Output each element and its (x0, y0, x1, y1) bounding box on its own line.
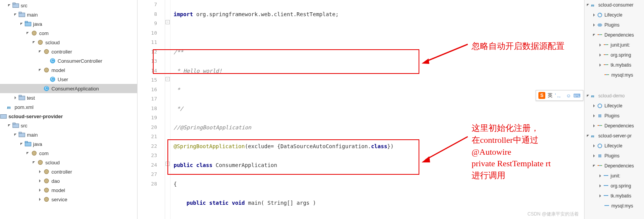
expand-arrow-icon[interactable] (31, 39, 37, 45)
collapse-arrow-icon[interactable] (37, 178, 43, 184)
svg-rect-21 (13, 123, 15, 124)
maven-dep-item[interactable]: tk.mybatis (584, 60, 644, 70)
maven-label: mysql:mys (611, 72, 633, 78)
maven-plugins[interactable]: Plugins (584, 111, 644, 121)
ime-toolbar[interactable]: S 英 ' ,。 ☺ ⌨ (536, 90, 583, 101)
expand-arrow-icon[interactable] (6, 2, 12, 8)
tree-node-com[interactable]: com (0, 28, 137, 38)
tree-node-test[interactable]: test (0, 93, 137, 102)
expand-arrow-icon[interactable] (18, 21, 25, 27)
tree-node-src2[interactable]: src (0, 121, 137, 130)
maven-dep-item[interactable]: mysql:mys (584, 70, 644, 80)
tree-node-com2[interactable]: com (0, 149, 137, 158)
fold-toggle-icon[interactable]: − (166, 20, 170, 24)
tree-node-user[interactable]: CUser (0, 75, 137, 84)
tree-node-consumer-controller[interactable]: CConsumerController (0, 56, 137, 65)
expand-arrow-icon[interactable] (31, 159, 37, 166)
svg-point-27 (38, 160, 42, 164)
expand-arrow-icon[interactable] (18, 141, 25, 147)
package-icon (37, 159, 44, 166)
fold-toggle-icon[interactable]: + (166, 162, 170, 166)
collapse-arrow-icon[interactable] (37, 169, 43, 175)
code-line: /** (174, 47, 584, 57)
maven-module[interactable]: mscloud-server-pr (584, 131, 644, 141)
line-number: 12 (137, 47, 157, 57)
maven-lifecycle[interactable]: Lifecycle (584, 10, 644, 20)
svg-rect-46 (607, 44, 608, 45)
tree-node-controller[interactable]: controller (0, 47, 137, 56)
code-content[interactable]: import org.springframework.web.client.Re… (171, 0, 584, 219)
tree-node-src[interactable]: src (0, 1, 137, 10)
maven-plugins[interactable]: Plugins (584, 20, 644, 30)
code-editor[interactable]: 7 8 9 10 11 12 13 14 15 16 17 18 19 20 2… (137, 0, 584, 219)
svg-rect-49 (607, 54, 608, 55)
maven-dep-item[interactable]: mysql:mys (584, 201, 644, 211)
code-line: { (174, 217, 584, 219)
fold-toggle-icon[interactable]: − (166, 77, 170, 81)
expand-arrow-icon[interactable] (12, 12, 18, 18)
jar-icon (603, 62, 609, 68)
tree-node-scloud2[interactable]: scloud (0, 158, 137, 167)
tree-node-main2[interactable]: main (0, 130, 137, 139)
collapse-arrow-icon[interactable] (12, 95, 18, 101)
maven-dep-item[interactable]: junit: (584, 171, 644, 181)
collapse-arrow-icon[interactable] (37, 187, 43, 193)
maven-dep-item[interactable]: junit:junit: (584, 40, 644, 50)
maven-icon: m (591, 133, 597, 139)
code-line: * Hello world! (174, 66, 584, 76)
ime-emoji-icon[interactable]: ☺ (566, 93, 571, 99)
expand-arrow-icon[interactable] (25, 150, 31, 156)
tree-node-scloud[interactable]: scloud (0, 38, 137, 47)
maven-dependencies[interactable]: Dependencies (584, 121, 644, 131)
line-number: 15 (137, 75, 157, 85)
expand-arrow-icon[interactable] (6, 122, 12, 129)
maven-module[interactable]: mscloud-consumer (584, 0, 644, 10)
svg-rect-5 (25, 21, 28, 22)
tree-node-model[interactable]: model (0, 65, 137, 75)
tree-node-pom[interactable]: mpom.xml (0, 102, 137, 112)
maven-module[interactable]: mscloud-demo (584, 91, 644, 101)
svg-rect-65 (598, 165, 599, 166)
svg-rect-50 (604, 64, 605, 65)
collapse-arrow-icon[interactable] (37, 196, 43, 202)
ime-mode-label[interactable]: 英 (548, 92, 553, 99)
tree-node-main[interactable]: main (0, 10, 137, 19)
maven-plugins[interactable]: Plugins (584, 151, 644, 161)
tree-node-java2[interactable]: java (0, 139, 137, 149)
maven-lifecycle[interactable]: Lifecycle (584, 141, 644, 151)
package-icon (31, 150, 38, 157)
expand-arrow-icon[interactable] (37, 48, 43, 55)
tree-node-java[interactable]: java (0, 19, 137, 28)
ime-keyboard-icon[interactable]: ⌨ (573, 93, 581, 99)
maven-label: scloud-demo (598, 93, 625, 99)
svg-rect-66 (599, 165, 601, 166)
ime-punct[interactable]: ' ,。 (555, 92, 564, 99)
fold-gutter[interactable]: − − + (165, 0, 171, 219)
line-number: 16 (137, 85, 157, 95)
tree-node-dao[interactable]: dao (0, 176, 137, 186)
svg-text:C: C (45, 86, 48, 90)
tree-node-service[interactable]: service (0, 195, 137, 204)
maven-dep-item[interactable]: org.spring (584, 50, 644, 60)
code-line: * (174, 85, 584, 95)
expand-arrow-icon[interactable] (25, 30, 31, 36)
svg-point-6 (32, 31, 36, 35)
tree-label: scloud (45, 160, 60, 166)
jar-icon (604, 203, 610, 209)
maven-lifecycle[interactable]: Lifecycle (584, 101, 644, 111)
tree-node-provider[interactable]: scloud-server-provider (0, 112, 137, 121)
maven-dep-item[interactable]: tk.mybatis (584, 191, 644, 201)
code-token: org.springframework.web.client.RestTempl… (196, 11, 339, 17)
line-gutter: 7 8 9 10 11 12 13 14 15 16 17 18 19 20 2… (137, 0, 165, 219)
expand-arrow-icon[interactable] (12, 132, 18, 138)
maven-dep-item[interactable]: org.spring (584, 181, 644, 191)
expand-arrow-icon[interactable] (37, 67, 43, 73)
line-number: 10 (137, 28, 157, 38)
tree-node-consumer-application[interactable]: CConsumerApplication (0, 84, 137, 93)
maven-dependencies[interactable]: Dependencies (584, 161, 644, 171)
svg-point-29 (44, 179, 48, 183)
tree-node-model2[interactable]: model (0, 186, 137, 195)
tree-node-controller2[interactable]: controller (0, 167, 137, 176)
maven-dependencies[interactable]: Dependencies (584, 30, 644, 40)
svg-rect-64 (598, 154, 601, 157)
